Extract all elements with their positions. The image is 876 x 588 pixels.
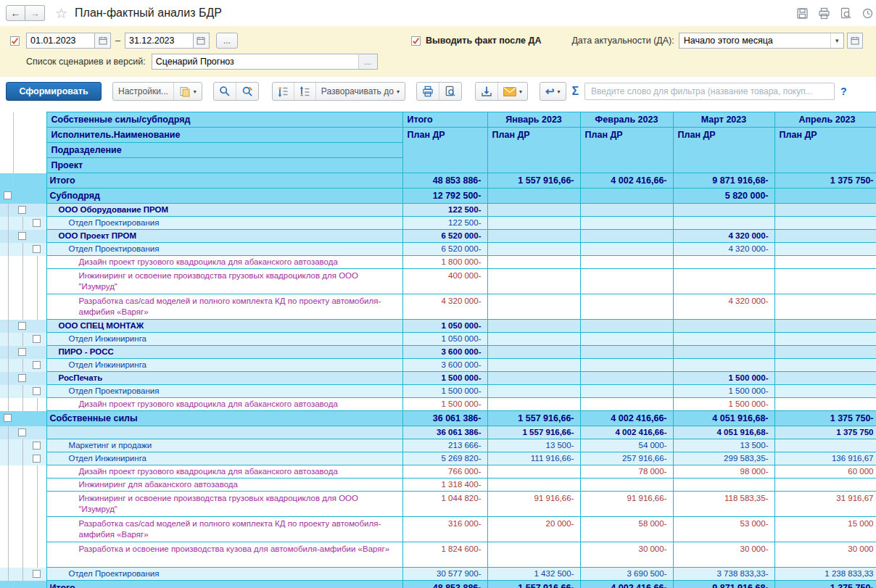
cell-value[interactable]: 1 557 916,66- (487, 411, 580, 426)
totals-sigma-button[interactable]: Σ (566, 85, 585, 98)
row-label[interactable]: Отдел Проектирования (46, 385, 402, 398)
row-header-project[interactable]: Проект (46, 158, 402, 173)
cell-value[interactable]: 1 375 750- (774, 581, 876, 588)
print-button[interactable] (417, 83, 439, 100)
cell-value[interactable]: 1 557 916,66- (487, 426, 580, 439)
cell-value[interactable] (580, 398, 673, 411)
row-label[interactable]: Субподряд (46, 189, 402, 204)
cell-value[interactable]: 299 583,35- (673, 452, 774, 465)
period-more-button[interactable]: ... (216, 33, 238, 49)
cell-value[interactable]: 1 824 600- (402, 542, 487, 568)
fact-checkbox[interactable] (411, 36, 421, 46)
cell-value[interactable]: 4 051 916,68- (673, 411, 774, 426)
cell-value[interactable] (580, 294, 673, 320)
cell-value[interactable] (774, 385, 876, 398)
cell-value[interactable]: 316 000- (402, 517, 487, 542)
row-label[interactable]: Итого (46, 173, 402, 189)
cell-value[interactable] (580, 256, 673, 269)
column-header-grouping[interactable]: Собственные силы/субподряд (46, 112, 402, 128)
scenario-input[interactable] (152, 54, 359, 70)
cell-value[interactable]: 3 738 833,33- (673, 568, 774, 581)
row-label[interactable]: Инжиниринг и освоение производства грузо… (46, 492, 402, 517)
cell-value[interactable]: 1 500 000- (673, 372, 774, 385)
tree-toggle-minus-icon[interactable] (33, 455, 41, 463)
row-label[interactable]: Отдел Проектирования (46, 217, 402, 230)
tree-toggle-minus-icon[interactable] (18, 206, 26, 214)
cell-value[interactable]: 30 577 900- (402, 568, 487, 581)
cell-value[interactable] (487, 204, 580, 217)
tree-toggle-minus-icon[interactable] (18, 374, 26, 382)
cell-value[interactable] (774, 346, 876, 359)
cell-value[interactable] (487, 230, 580, 243)
cell-value[interactable] (580, 230, 673, 243)
row-label[interactable]: Отдел Инжиниринга (46, 359, 402, 372)
cell-value[interactable]: 30 000- (580, 542, 673, 568)
cell-value[interactable] (673, 346, 774, 359)
cell-value[interactable]: 4 051 916,68- (673, 426, 774, 439)
actuality-combo[interactable]: Начало этого месяца ▾ (679, 33, 844, 49)
quick-filter-input[interactable] (584, 83, 835, 100)
cell-value[interactable] (673, 269, 774, 294)
cell-value[interactable]: 6 520 000- (402, 243, 487, 256)
row-label[interactable]: ПИРО - РОСС (46, 346, 402, 359)
generate-button[interactable]: Сформировать (6, 82, 102, 101)
cell-value[interactable]: 5 269 820- (402, 452, 487, 465)
cell-value[interactable]: 98 000- (673, 465, 774, 479)
row-label[interactable]: Инжиниринг для абаканского автозавода (46, 479, 402, 492)
row-label[interactable]: Маркетинг и продажи (46, 439, 402, 452)
cell-value[interactable] (487, 243, 580, 256)
cell-value[interactable]: 1 500 000- (402, 398, 487, 411)
row-label[interactable]: Итого (46, 581, 402, 588)
cell-value[interactable]: 122 500- (402, 217, 487, 230)
report-variants-button[interactable]: ▾ (173, 83, 202, 100)
cell-value[interactable] (580, 189, 673, 204)
cell-value[interactable]: 91 916,66- (487, 492, 580, 517)
collapse-rows-button[interactable] (273, 83, 294, 100)
cell-value[interactable]: 1 375 750 (774, 426, 876, 439)
cell-value[interactable]: 1 238 833,33 (774, 568, 876, 581)
row-label[interactable]: ООО СПЕЦ МОНТАЖ (46, 320, 402, 333)
row-label[interactable]: Разработка cas/cad моделей и полного ком… (46, 294, 402, 320)
cell-value[interactable]: 111 916,66- (487, 452, 580, 465)
column-header-month[interactable]: Январь 2023 (487, 112, 580, 128)
cell-value[interactable] (774, 333, 876, 346)
cell-value[interactable]: 9 871 916,68- (673, 173, 774, 189)
favorite-star-icon[interactable]: ☆ (55, 5, 67, 22)
cell-value[interactable] (580, 243, 673, 256)
cell-value[interactable]: 136 916,67 (774, 452, 876, 465)
change-content-button[interactable]: ↩ ▾ (540, 83, 566, 100)
cell-value[interactable]: 13 500- (487, 439, 580, 452)
cell-value[interactable]: 1 800 000- (402, 256, 487, 269)
period-to-input[interactable] (125, 33, 194, 49)
cell-value[interactable]: 30 000- (673, 542, 774, 568)
row-label[interactable]: ООО Оборудование ПРОМ (46, 204, 402, 217)
tree-toggle-plus-icon[interactable] (33, 442, 41, 450)
cell-value[interactable] (487, 465, 580, 479)
cell-value[interactable]: 4 002 416,66- (580, 411, 673, 426)
fact-checkbox-label[interactable]: Выводить факт после ДА (426, 36, 541, 46)
help-button[interactable]: ? (840, 86, 847, 97)
cell-value[interactable] (487, 269, 580, 294)
print-preview-button[interactable] (439, 83, 461, 100)
tree-toggle-plus-icon[interactable] (33, 219, 41, 227)
cell-value[interactable]: 1 050 000- (402, 333, 487, 346)
cell-value[interactable]: 15 000 (774, 517, 876, 542)
tree-toggle-plus-icon[interactable] (33, 335, 41, 343)
cell-value[interactable]: 3 600 000- (402, 359, 487, 372)
cell-value[interactable]: 4 320 000- (673, 243, 774, 256)
tree-toggle-minus-icon[interactable] (18, 428, 26, 436)
cell-value[interactable]: 1 050 000- (402, 320, 487, 333)
row-label[interactable]: Дизайн проект грузового квадроцикла для … (46, 256, 402, 269)
cell-value[interactable]: 122 500- (402, 204, 487, 217)
cell-value[interactable]: 91 916,66- (580, 492, 673, 517)
cell-value[interactable] (487, 359, 580, 372)
cell-value[interactable]: 60 000 (774, 465, 876, 479)
cell-value[interactable]: 400 000- (402, 269, 487, 294)
cell-value[interactable]: 257 916,66- (580, 452, 673, 465)
cell-value[interactable]: 4 320 000- (402, 294, 487, 320)
cell-value[interactable]: 4 002 416,66- (580, 581, 673, 588)
cell-value[interactable]: 4 320 000- (673, 294, 774, 320)
row-label[interactable]: Разработка и освоение производства кузов… (46, 542, 402, 568)
cell-value[interactable]: 13 500- (673, 439, 774, 452)
tree-toggle-minus-icon[interactable] (33, 387, 41, 395)
